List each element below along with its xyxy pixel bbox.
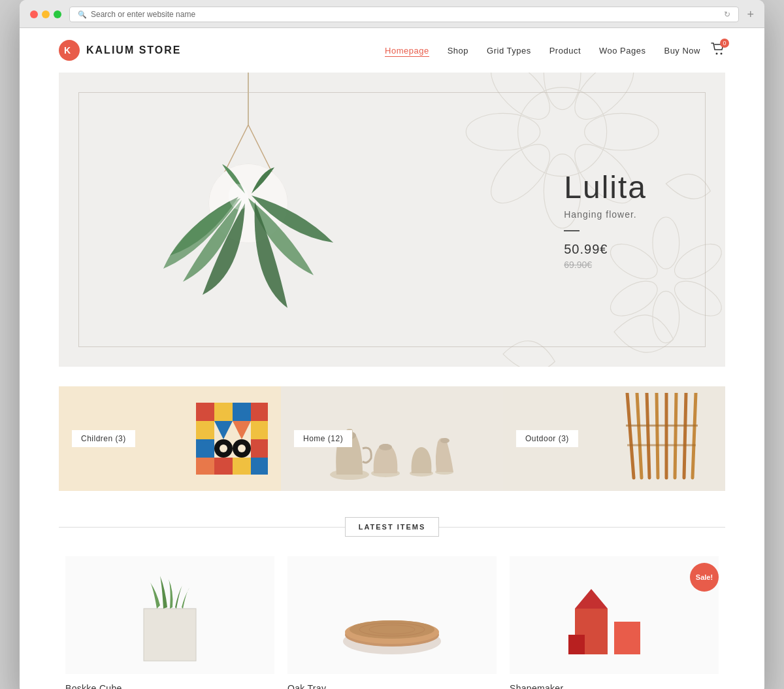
svg-line-58 xyxy=(675,393,676,478)
svg-line-53 xyxy=(627,393,634,478)
product-name-1: Boskke Cube xyxy=(65,683,274,689)
product-name-3: Shapemaker xyxy=(510,683,719,689)
sale-badge-3: Sale! xyxy=(690,563,719,592)
logo-icon: K xyxy=(59,40,80,61)
svg-point-7 xyxy=(585,113,659,150)
divider-left xyxy=(59,527,345,528)
svg-text:K: K xyxy=(64,45,71,56)
nav-shop[interactable]: Shop xyxy=(448,46,468,56)
product-image-1 xyxy=(65,556,274,674)
category-children[interactable]: Children (3) xyxy=(59,386,281,491)
svg-point-11 xyxy=(466,113,540,150)
category-home-label: Home (12) xyxy=(294,430,352,447)
svg-point-3 xyxy=(721,53,723,55)
svg-point-13 xyxy=(653,217,679,269)
nav-product[interactable]: Product xyxy=(549,46,581,56)
latest-items-header: LATEST ITEMS xyxy=(59,517,725,537)
maximize-button[interactable] xyxy=(54,10,61,18)
plant-rope xyxy=(248,73,249,125)
cart-badge: 0 xyxy=(720,39,729,48)
svg-point-4 xyxy=(518,88,607,176)
address-text: Search or enter website name xyxy=(91,10,195,19)
categories-section: Children (3) xyxy=(59,386,725,491)
children-art xyxy=(196,403,268,475)
svg-line-54 xyxy=(637,393,642,478)
nav-grid-types[interactable]: Grid Types xyxy=(487,46,531,56)
svg-point-39 xyxy=(238,445,246,452)
logo-text: KALIUM STORE xyxy=(86,44,181,56)
product-image-3 xyxy=(510,556,719,674)
svg-point-49 xyxy=(379,444,392,450)
svg-rect-71 xyxy=(614,622,640,654)
svg-rect-27 xyxy=(196,403,214,421)
product-name-2: Oak Tray xyxy=(287,683,497,689)
svg-rect-30 xyxy=(251,403,268,421)
svg-rect-40 xyxy=(251,439,268,458)
outdoor-art xyxy=(601,393,719,484)
category-children-label: Children (3) xyxy=(72,430,135,447)
product-card-1[interactable]: Boskke Cube xyxy=(59,556,281,689)
nav-links: Homepage Shop Grid Types Product Woo Pag… xyxy=(385,44,700,56)
hero-price-new: 50.99€ xyxy=(564,242,647,257)
latest-items-title: LATEST ITEMS xyxy=(345,517,440,537)
search-icon: 🔍 xyxy=(78,10,87,19)
svg-line-19 xyxy=(229,125,248,164)
address-bar[interactable]: 🔍 Search or enter website name ↻ xyxy=(69,7,739,22)
logo-area[interactable]: K KALIUM STORE xyxy=(59,40,181,61)
hero-price-old: 69.90€ xyxy=(564,260,647,270)
category-outdoor-label: Outdoor (3) xyxy=(516,430,578,447)
divider-right xyxy=(439,527,725,528)
svg-rect-29 xyxy=(233,403,251,421)
hero-divider xyxy=(564,230,580,231)
svg-point-2 xyxy=(716,53,718,55)
svg-point-17 xyxy=(605,274,663,323)
svg-rect-44 xyxy=(251,458,268,475)
svg-line-56 xyxy=(657,393,658,478)
close-button[interactable] xyxy=(30,10,38,18)
hero-section: Lulita Hanging flower. 50.99€ 69.90€ xyxy=(59,73,725,367)
refresh-icon: ↻ xyxy=(724,10,730,19)
product-card-3[interactable]: Sale! Shapemaker xyxy=(503,556,725,689)
product-1-image xyxy=(105,569,235,674)
page-content: K KALIUM STORE Homepage Shop Grid Types … xyxy=(20,28,764,689)
svg-point-52 xyxy=(440,438,449,443)
svg-rect-73 xyxy=(568,635,585,654)
category-outdoor[interactable]: Outdoor (3) xyxy=(503,386,725,491)
new-tab-button[interactable]: + xyxy=(747,8,754,22)
hanging-plant xyxy=(150,73,346,367)
minimize-button[interactable] xyxy=(42,10,50,18)
browser-chrome: 🔍 Search or enter website name ↻ + xyxy=(20,0,764,28)
traffic-lights xyxy=(30,10,61,18)
svg-point-16 xyxy=(653,291,679,343)
product-card-2[interactable]: Oak Tray xyxy=(281,556,503,689)
browser-window: 🔍 Search or enter website name ↻ + K KAL… xyxy=(20,0,764,689)
navbar: K KALIUM STORE Homepage Shop Grid Types … xyxy=(20,28,764,73)
hero-text-area: Lulita Hanging flower. 50.99€ 69.90€ xyxy=(564,169,647,270)
product-image-2 xyxy=(287,556,497,674)
svg-marker-72 xyxy=(575,589,608,609)
products-grid: Boskke Cube xyxy=(59,556,725,689)
hero-product-name: Lulita xyxy=(564,169,647,205)
nav-buy-now[interactable]: Buy Now xyxy=(664,46,700,56)
cart-icon-wrapper[interactable]: 0 xyxy=(711,42,725,58)
nav-homepage[interactable]: Homepage xyxy=(385,46,429,57)
svg-point-15 xyxy=(669,274,725,323)
svg-point-38 xyxy=(220,445,227,452)
svg-rect-42 xyxy=(214,458,233,475)
product-2-image xyxy=(327,569,457,674)
plant-illustration xyxy=(144,125,353,360)
svg-line-55 xyxy=(647,393,649,478)
svg-point-12 xyxy=(481,73,559,129)
svg-rect-31 xyxy=(196,421,214,439)
product-3-image xyxy=(549,569,679,674)
nav-woo-pages[interactable]: Woo Pages xyxy=(599,46,645,56)
svg-line-59 xyxy=(684,393,686,478)
svg-rect-63 xyxy=(144,609,196,661)
latest-items-section: LATEST ITEMS xyxy=(59,517,725,689)
category-home[interactable]: Home (12) xyxy=(281,386,503,491)
svg-rect-41 xyxy=(196,458,214,475)
svg-rect-34 xyxy=(251,421,268,439)
svg-line-60 xyxy=(693,393,696,478)
hero-product-subtitle: Hanging flower. xyxy=(564,209,647,220)
svg-rect-43 xyxy=(233,458,251,475)
